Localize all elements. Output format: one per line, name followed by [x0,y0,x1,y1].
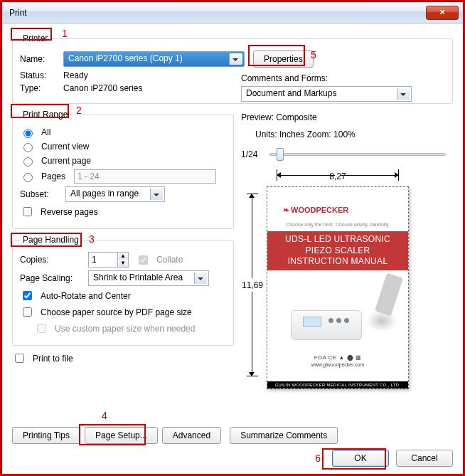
titlebar: Print × [2,2,463,23]
page-handling-group: Page Handling Copies: ▲ ▼ Collate [12,235,234,346]
copies-down-icon[interactable]: ▼ [118,260,128,267]
radio-all-label: All [41,127,50,137]
choose-source-checkbox[interactable] [23,307,32,317]
autorotate-checkbox[interactable] [23,291,32,300]
annotation-1: 1 [62,28,68,39]
page-setup-button[interactable]: Page Setup... [85,427,158,444]
zoom-slider[interactable] [269,153,446,156]
cancel-label: Cancel [411,453,437,463]
subset-value: All pages in range [70,189,139,199]
print-to-file-label: Print to file [33,354,73,364]
autorotate-label: Auto-Rotate and Center [41,291,131,301]
preview-width: 8,27 [329,171,346,181]
summarize-label: Summarize Comments [240,430,327,440]
type-value: Canon iP2700 series [63,83,142,93]
radio-pages[interactable] [23,173,33,182]
comments-forms-select[interactable]: Document and Markups [241,86,412,102]
doc-footer: GUILIN WOODPECKER MEDICAL INSTRUMENT CO.… [267,381,408,388]
annotation-3: 3 [89,233,95,245]
name-label: Name: [20,54,59,64]
summarize-comments-button[interactable]: Summarize Comments [230,427,338,444]
page-indicator: 1/24 [241,149,257,159]
ok-button[interactable]: OK [332,450,389,467]
radio-all[interactable] [23,129,33,138]
comments-forms-group: Comments and Forms: Document and Markups [241,73,449,102]
ruler-vertical: 11,69 [241,188,264,382]
doc-title-line1: UDS-L LED ULTRASONIC PIEZO SCALER [285,234,390,255]
status-label: Status: [20,70,59,80]
page-setup-label: Page Setup... [95,430,147,440]
print-dialog: Print × 1 2 3 5 Printer Name: Canon iP27… [0,0,465,476]
radio-current-view[interactable] [23,143,33,152]
doc-brand: WOODPECKER [283,206,348,215]
properties-label: Properties [264,54,303,64]
scaling-value: Shrink to Printable Area [93,273,183,282]
doc-site: www.glwoodpecker.com [311,362,365,367]
preview-title: Preview: Composite [241,112,453,122]
printing-tips-button[interactable]: Printing Tips [12,427,80,444]
scaling-label: Page Scaling: [20,273,84,283]
copies-up-icon[interactable]: ▲ [118,253,128,260]
collate-label: Collate [156,255,183,265]
print-range-group: Print Range All Current view Current pag… [12,110,234,229]
radio-current-page-label: Current page [41,156,91,166]
custom-size-label: Use custom paper size when needed [55,324,195,334]
comments-value: Document and Markups [246,88,336,98]
doc-cert-marks: FDA CE ▲ ⬤ ▦ [314,354,361,361]
comments-label: Comments and Forms: [241,73,449,83]
annotation-6: 6 [315,453,321,464]
doc-title-line2: INSTRUCTION MANUAL [288,256,388,266]
reverse-pages-label: Reverse pages [41,207,98,217]
scaling-select[interactable]: Shrink to Printable Area [88,270,209,286]
preview-page: WOODPECKER Choose only the best. Choose … [267,186,409,389]
annotation-5: 5 [311,49,316,60]
advanced-label: Advanced [173,430,210,440]
preview-group: Preview: Composite Units: Inches Zoom: 1… [241,112,453,389]
radio-current-page[interactable] [23,157,33,166]
printing-tips-label: Printing Tips [23,430,70,440]
preview-units: Units: Inches Zoom: 100% [255,129,453,139]
doc-tagline: Choose only the best. Choose wisely, car… [286,222,390,227]
print-to-file-checkbox[interactable] [15,354,24,363]
close-button[interactable]: × [426,6,459,20]
slider-thumb-icon[interactable] [277,148,284,161]
radio-current-view-label: Current view [41,142,89,152]
choose-source-label: Choose paper source by PDF page size [41,307,192,317]
doc-device-illustration [288,286,388,343]
properties-button[interactable]: Properties [253,51,314,68]
copies-spinner[interactable]: ▲ ▼ [88,252,129,268]
reverse-pages-checkbox[interactable] [23,207,32,216]
radio-pages-label: Pages [41,171,70,181]
printer-name-select[interactable]: Canon iP2700 series (Copy 1) [63,51,245,67]
window-title: Print [9,8,27,18]
status-value: Ready [63,70,88,80]
collate-checkbox [139,255,148,265]
subset-label: Subset: [20,189,55,199]
annotation-2: 2 [76,105,82,116]
printer-name-value: Canon iP2700 series (Copy 1) [68,53,183,63]
doc-title: UDS-L LED ULTRASONIC PIEZO SCALER INSTRU… [267,231,408,270]
annotation-4: 4 [102,410,107,421]
printer-legend: Printer [20,33,50,43]
cancel-button[interactable]: Cancel [396,450,453,467]
ruler-horizontal: 8,27 [267,166,409,186]
copies-input[interactable] [89,253,117,267]
pages-input[interactable] [74,169,216,184]
page-handling-legend: Page Handling [20,235,82,245]
ok-label: OK [354,453,366,463]
custom-size-checkbox [37,324,46,333]
preview-height: 11,69 [242,280,263,290]
type-label: Type: [20,83,59,93]
print-range-legend: Print Range [20,110,70,120]
advanced-button[interactable]: Advanced [162,427,221,444]
subset-select[interactable]: All pages in range [65,186,165,202]
copies-label: Copies: [20,255,84,265]
